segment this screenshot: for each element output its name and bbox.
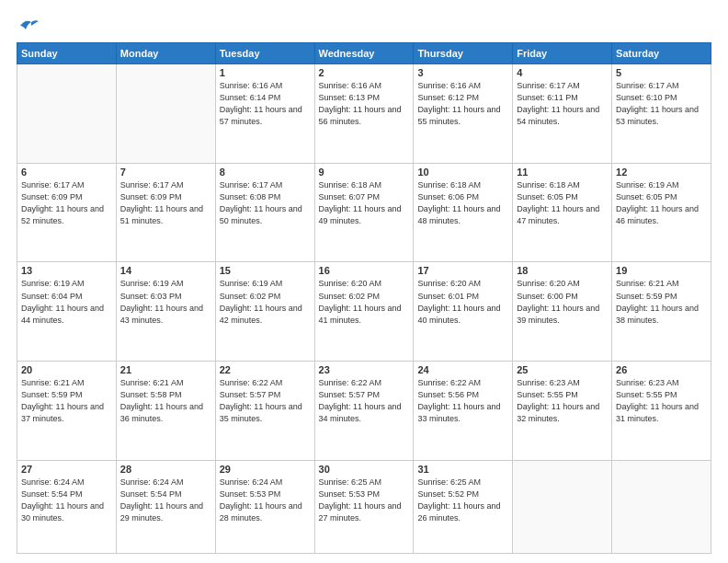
day-info: Sunrise: 6:18 AM Sunset: 6:05 PM Dayligh…: [517, 179, 608, 227]
day-info: Sunrise: 6:16 AM Sunset: 6:14 PM Dayligh…: [220, 80, 311, 128]
day-info: Sunrise: 6:16 AM Sunset: 6:12 PM Dayligh…: [417, 80, 508, 128]
calendar-cell: 6Sunrise: 6:17 AM Sunset: 6:09 PM Daylig…: [17, 163, 117, 262]
day-info: Sunrise: 6:19 AM Sunset: 6:02 PM Dayligh…: [220, 278, 311, 326]
day-info: Sunrise: 6:17 AM Sunset: 6:08 PM Dayligh…: [220, 179, 311, 227]
day-info: Sunrise: 6:18 AM Sunset: 6:07 PM Dayligh…: [319, 179, 410, 227]
calendar-cell: 23Sunrise: 6:22 AM Sunset: 5:57 PM Dayli…: [314, 362, 414, 461]
calendar-cell: 7Sunrise: 6:17 AM Sunset: 6:09 PM Daylig…: [116, 163, 215, 262]
day-info: Sunrise: 6:21 AM Sunset: 5:58 PM Dayligh…: [120, 377, 211, 425]
calendar-cell: 13Sunrise: 6:19 AM Sunset: 6:04 PM Dayli…: [17, 262, 117, 362]
calendar-cell: 22Sunrise: 6:22 AM Sunset: 5:57 PM Dayli…: [215, 362, 314, 461]
calendar-cell: [17, 64, 117, 164]
calendar-cell: 19Sunrise: 6:21 AM Sunset: 5:59 PM Dayli…: [612, 262, 711, 362]
calendar-cell: 20Sunrise: 6:21 AM Sunset: 5:59 PM Dayli…: [17, 362, 117, 461]
logo: [17, 17, 39, 33]
calendar-cell: 28Sunrise: 6:24 AM Sunset: 5:54 PM Dayli…: [116, 460, 215, 553]
calendar-cell: 18Sunrise: 6:20 AM Sunset: 6:00 PM Dayli…: [513, 262, 612, 362]
day-info: Sunrise: 6:18 AM Sunset: 6:06 PM Dayligh…: [417, 179, 508, 227]
day-info: Sunrise: 6:17 AM Sunset: 6:09 PM Dayligh…: [120, 179, 211, 227]
day-info: Sunrise: 6:16 AM Sunset: 6:13 PM Dayligh…: [319, 80, 410, 128]
calendar-cell: 25Sunrise: 6:23 AM Sunset: 5:55 PM Dayli…: [513, 362, 612, 461]
day-info: Sunrise: 6:25 AM Sunset: 5:53 PM Dayligh…: [319, 477, 410, 524]
day-number: 22: [220, 364, 311, 375]
calendar-cell: 12Sunrise: 6:19 AM Sunset: 6:05 PM Dayli…: [612, 163, 711, 262]
calendar-cell: 14Sunrise: 6:19 AM Sunset: 6:03 PM Dayli…: [116, 262, 215, 362]
day-info: Sunrise: 6:23 AM Sunset: 5:55 PM Dayligh…: [616, 377, 707, 425]
calendar-cell: 9Sunrise: 6:18 AM Sunset: 6:07 PM Daylig…: [314, 163, 414, 262]
day-of-week-header: Saturday: [612, 43, 711, 64]
calendar-cell: 5Sunrise: 6:17 AM Sunset: 6:10 PM Daylig…: [612, 64, 711, 164]
calendar-cell: 8Sunrise: 6:17 AM Sunset: 6:08 PM Daylig…: [215, 163, 314, 262]
calendar-cell: [612, 460, 711, 553]
day-info: Sunrise: 6:19 AM Sunset: 6:05 PM Dayligh…: [616, 179, 707, 227]
day-info: Sunrise: 6:17 AM Sunset: 6:11 PM Dayligh…: [517, 80, 608, 128]
calendar-week-row: 20Sunrise: 6:21 AM Sunset: 5:59 PM Dayli…: [17, 362, 711, 461]
day-number: 25: [517, 364, 608, 375]
day-of-week-header: Tuesday: [215, 43, 314, 64]
day-number: 24: [417, 364, 508, 375]
day-number: 17: [417, 265, 508, 276]
day-number: 5: [616, 67, 707, 78]
day-info: Sunrise: 6:17 AM Sunset: 6:09 PM Dayligh…: [21, 179, 112, 227]
day-number: 23: [319, 364, 410, 375]
calendar-cell: 16Sunrise: 6:20 AM Sunset: 6:02 PM Dayli…: [314, 262, 414, 362]
header: [17, 17, 711, 33]
day-number: 16: [319, 265, 410, 276]
calendar-week-row: 27Sunrise: 6:24 AM Sunset: 5:54 PM Dayli…: [17, 460, 711, 553]
day-number: 19: [616, 265, 707, 276]
day-number: 9: [319, 167, 410, 178]
calendar-cell: 26Sunrise: 6:23 AM Sunset: 5:55 PM Dayli…: [612, 362, 711, 461]
day-number: 4: [517, 67, 608, 78]
day-info: Sunrise: 6:20 AM Sunset: 6:02 PM Dayligh…: [319, 278, 410, 326]
calendar-cell: [513, 460, 612, 553]
calendar-cell: [116, 64, 215, 164]
day-of-week-header: Wednesday: [314, 43, 414, 64]
calendar-cell: 31Sunrise: 6:25 AM Sunset: 5:52 PM Dayli…: [414, 460, 513, 553]
day-number: 27: [21, 464, 112, 475]
day-info: Sunrise: 6:24 AM Sunset: 5:53 PM Dayligh…: [220, 477, 311, 524]
day-number: 21: [120, 364, 211, 375]
day-info: Sunrise: 6:25 AM Sunset: 5:52 PM Dayligh…: [417, 477, 508, 524]
calendar-cell: 11Sunrise: 6:18 AM Sunset: 6:05 PM Dayli…: [513, 163, 612, 262]
day-number: 13: [21, 265, 112, 276]
day-number: 30: [319, 464, 410, 475]
calendar-cell: 17Sunrise: 6:20 AM Sunset: 6:01 PM Dayli…: [414, 262, 513, 362]
calendar-cell: 30Sunrise: 6:25 AM Sunset: 5:53 PM Dayli…: [314, 460, 414, 553]
day-of-week-header: Friday: [513, 43, 612, 64]
day-number: 11: [517, 167, 608, 178]
day-number: 31: [417, 464, 508, 475]
day-number: 7: [120, 167, 211, 178]
day-number: 29: [220, 464, 311, 475]
day-number: 8: [220, 167, 311, 178]
calendar-week-row: 6Sunrise: 6:17 AM Sunset: 6:09 PM Daylig…: [17, 163, 711, 262]
calendar-cell: 21Sunrise: 6:21 AM Sunset: 5:58 PM Dayli…: [116, 362, 215, 461]
day-number: 26: [616, 364, 707, 375]
calendar-header-row: SundayMondayTuesdayWednesdayThursdayFrid…: [17, 43, 711, 64]
day-number: 28: [120, 464, 211, 475]
day-info: Sunrise: 6:19 AM Sunset: 6:04 PM Dayligh…: [21, 278, 112, 326]
day-info: Sunrise: 6:21 AM Sunset: 5:59 PM Dayligh…: [21, 377, 112, 425]
day-of-week-header: Sunday: [17, 43, 117, 64]
day-info: Sunrise: 6:20 AM Sunset: 6:01 PM Dayligh…: [417, 278, 508, 326]
day-info: Sunrise: 6:22 AM Sunset: 5:56 PM Dayligh…: [417, 377, 508, 425]
calendar-cell: 4Sunrise: 6:17 AM Sunset: 6:11 PM Daylig…: [513, 64, 612, 164]
day-number: 2: [319, 67, 410, 78]
page: SundayMondayTuesdayWednesdayThursdayFrid…: [0, 0, 728, 563]
day-number: 10: [417, 167, 508, 178]
day-info: Sunrise: 6:24 AM Sunset: 5:54 PM Dayligh…: [21, 477, 112, 524]
day-info: Sunrise: 6:21 AM Sunset: 5:59 PM Dayligh…: [616, 278, 707, 326]
calendar-cell: 10Sunrise: 6:18 AM Sunset: 6:06 PM Dayli…: [414, 163, 513, 262]
calendar-week-row: 1Sunrise: 6:16 AM Sunset: 6:14 PM Daylig…: [17, 64, 711, 164]
calendar-cell: 2Sunrise: 6:16 AM Sunset: 6:13 PM Daylig…: [314, 64, 414, 164]
day-of-week-header: Thursday: [414, 43, 513, 64]
day-number: 15: [220, 265, 311, 276]
calendar-table: SundayMondayTuesdayWednesdayThursdayFrid…: [17, 42, 711, 554]
day-of-week-header: Monday: [116, 43, 215, 64]
calendar-cell: 3Sunrise: 6:16 AM Sunset: 6:12 PM Daylig…: [414, 64, 513, 164]
day-number: 14: [120, 265, 211, 276]
day-number: 3: [417, 67, 508, 78]
calendar-cell: 1Sunrise: 6:16 AM Sunset: 6:14 PM Daylig…: [215, 64, 314, 164]
calendar-cell: 24Sunrise: 6:22 AM Sunset: 5:56 PM Dayli…: [414, 362, 513, 461]
day-info: Sunrise: 6:24 AM Sunset: 5:54 PM Dayligh…: [120, 477, 211, 524]
day-info: Sunrise: 6:23 AM Sunset: 5:55 PM Dayligh…: [517, 377, 608, 425]
